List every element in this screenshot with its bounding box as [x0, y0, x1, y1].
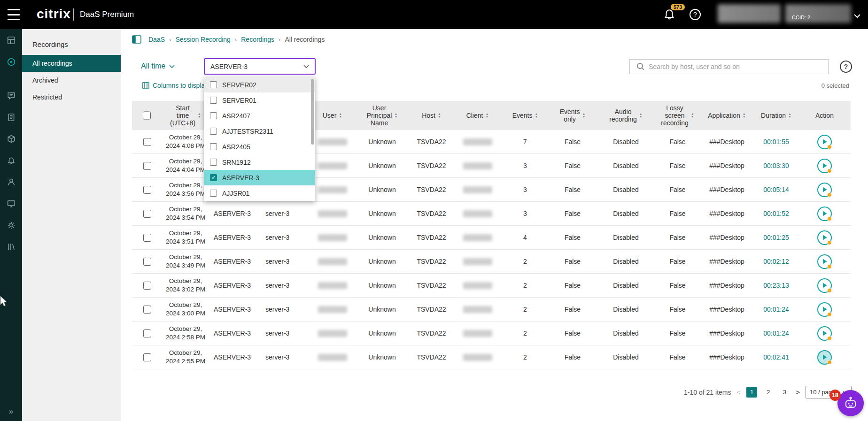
play-button[interactable] — [817, 254, 832, 269]
duration-link[interactable]: 00:01:55 — [754, 130, 798, 153]
users-icon[interactable] — [7, 177, 16, 187]
row-checkbox[interactable] — [143, 234, 151, 242]
column-header[interactable]: Application ▲▼ — [700, 101, 754, 130]
row-checkbox[interactable] — [143, 353, 151, 361]
time-filter-dropdown[interactable]: All time — [141, 62, 175, 70]
play-button[interactable] — [817, 278, 832, 293]
row-checkbox[interactable] — [143, 282, 151, 290]
alerts-bell-icon[interactable] — [7, 156, 16, 165]
option-checkbox[interactable] — [210, 81, 217, 88]
duration-link[interactable]: 00:05:14 — [754, 178, 798, 201]
prev-page-icon[interactable]: < — [736, 388, 741, 396]
sidebar-item[interactable]: Archived — [22, 72, 121, 89]
play-button[interactable] — [817, 135, 832, 149]
dropdown-option[interactable]: ASR2407 — [204, 108, 315, 123]
duration-link[interactable]: 00:02:12 — [754, 250, 798, 273]
option-checkbox[interactable] — [210, 174, 217, 181]
column-header[interactable]: User Principal Name ▲▼ — [355, 101, 410, 130]
duration-link[interactable]: 00:01:24 — [754, 298, 798, 321]
dropdown-option[interactable]: SERVER01 — [204, 92, 315, 108]
assistant-chat-button[interactable] — [837, 390, 864, 416]
duration-link[interactable]: 00:01:52 — [754, 202, 798, 225]
server-filter-dropdown[interactable]: ASERVER-3 — [204, 58, 316, 75]
help-icon[interactable]: ? — [690, 9, 701, 20]
page-number-button[interactable]: 2 — [763, 387, 774, 398]
option-checkbox[interactable] — [210, 159, 217, 166]
sort-icon[interactable]: ▲▼ — [485, 113, 488, 118]
play-button[interactable] — [817, 183, 832, 197]
sidebar-item[interactable]: Restricted — [22, 89, 121, 106]
breadcrumb-link[interactable]: DaaS — [148, 36, 165, 43]
column-header[interactable]: Start time (UTC+8) ▲▼ — [162, 101, 209, 130]
dropdown-option[interactable]: SERVER02 — [204, 77, 315, 92]
column-header[interactable]: Action ▲▼ — [798, 101, 851, 130]
package-icon[interactable] — [7, 134, 16, 144]
sort-icon[interactable]: ▲▼ — [639, 113, 643, 118]
sidebar-item[interactable]: All recordings — [22, 55, 121, 72]
panel-toggle-icon[interactable] — [132, 35, 141, 44]
column-header[interactable]: Duration ▲▼ — [754, 101, 798, 130]
play-button[interactable] — [817, 230, 832, 245]
columns-to-display-button[interactable]: Columns to display — [142, 82, 208, 89]
column-header[interactable]: Client ▲▼ — [453, 101, 502, 130]
sort-icon[interactable]: ▲▼ — [788, 113, 791, 118]
sort-icon[interactable]: ▲▼ — [691, 113, 694, 118]
row-checkbox[interactable] — [143, 162, 151, 170]
row-checkbox[interactable] — [143, 306, 151, 314]
duration-link[interactable]: 00:03:30 — [754, 154, 798, 177]
column-header[interactable]: User ▲▼ — [310, 101, 355, 130]
dropdown-option[interactable]: SRN1912 — [204, 154, 315, 170]
column-header[interactable]: Events ▲▼ — [502, 101, 549, 130]
sort-icon[interactable]: ▲▼ — [743, 113, 746, 118]
dropdown-option[interactable]: ASERVER-3 — [204, 170, 315, 185]
workspace-config-icon[interactable] — [7, 199, 16, 208]
option-checkbox[interactable] — [210, 190, 217, 197]
play-button[interactable] — [817, 326, 832, 341]
gear-icon[interactable] — [7, 221, 16, 230]
row-checkbox[interactable] — [143, 329, 151, 337]
play-button[interactable] — [817, 350, 832, 365]
chat-icon[interactable] — [7, 91, 16, 100]
breadcrumb-link[interactable]: Session Recording — [175, 36, 231, 43]
session-recording-icon[interactable] — [7, 57, 16, 67]
breadcrumb-link[interactable]: Recordings — [241, 36, 274, 43]
page-number-button[interactable]: 3 — [779, 387, 790, 398]
sort-icon[interactable]: ▲▼ — [535, 113, 538, 118]
duration-link[interactable]: 00:01:24 — [754, 321, 798, 345]
page-number-button[interactable]: 1 — [746, 387, 757, 398]
select-all-checkbox[interactable] — [143, 112, 151, 120]
play-button[interactable] — [817, 302, 832, 317]
column-header[interactable]: Lossy screen recording ▲▼ — [655, 101, 700, 130]
row-checkbox[interactable] — [143, 186, 151, 194]
dropdown-option[interactable]: AJJSR01 — [204, 185, 315, 201]
dropdown-option[interactable]: AJJTESTSR2311 — [204, 123, 315, 139]
row-checkbox[interactable] — [143, 138, 151, 146]
document-icon[interactable] — [7, 113, 16, 122]
dropdown-option[interactable]: ASR2405 — [204, 139, 315, 154]
row-checkbox[interactable] — [143, 210, 151, 218]
sort-icon[interactable]: ▲▼ — [198, 113, 201, 118]
duration-link[interactable]: 00:23:13 — [754, 274, 798, 297]
column-header[interactable]: Host ▲▼ — [410, 101, 453, 130]
option-checkbox[interactable] — [210, 143, 217, 150]
column-header[interactable]: Audio recording ▲▼ — [597, 101, 655, 130]
option-checkbox[interactable] — [210, 97, 217, 104]
expand-rail-icon[interactable]: » — [0, 407, 22, 416]
library-icon[interactable] — [7, 242, 16, 252]
sort-icon[interactable]: ▲▼ — [394, 113, 397, 118]
dashboard-icon[interactable] — [7, 36, 16, 45]
duration-link[interactable]: 00:02:41 — [754, 345, 798, 369]
search-input[interactable] — [649, 63, 823, 70]
sort-icon[interactable]: ▲▼ — [339, 113, 342, 118]
table-help-icon[interactable]: ? — [840, 61, 852, 73]
option-checkbox[interactable] — [210, 128, 217, 135]
chevron-down-icon[interactable] — [854, 11, 860, 20]
column-header[interactable]: Events only ▲▼ — [549, 101, 597, 130]
option-checkbox[interactable] — [210, 112, 217, 119]
next-page-icon[interactable]: > — [796, 388, 800, 396]
sort-icon[interactable]: ▲▼ — [438, 113, 441, 118]
play-button[interactable] — [817, 159, 832, 173]
hamburger-menu-icon[interactable] — [8, 9, 20, 20]
duration-link[interactable]: 00:01:25 — [754, 226, 798, 249]
row-checkbox[interactable] — [143, 258, 151, 266]
